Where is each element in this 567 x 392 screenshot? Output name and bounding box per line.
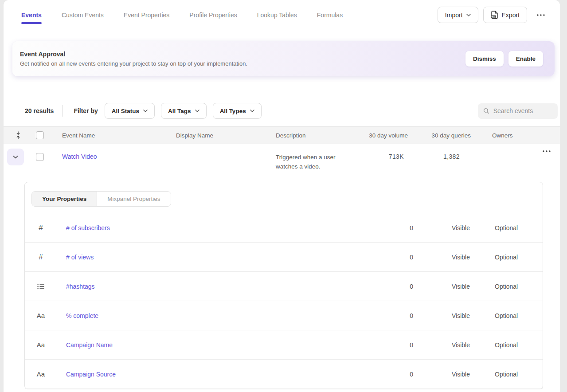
row-actions-button[interactable] <box>533 144 560 152</box>
column-header-display-name: Display Name <box>176 132 276 139</box>
select-all-checkbox[interactable] <box>36 131 44 139</box>
tab-label: Formulas <box>317 12 343 19</box>
filter-by-label: Filter by <box>74 107 98 114</box>
chevron-down-icon <box>195 110 199 112</box>
main-panel: Events Custom Events Event Properties Pr… <box>4 0 560 392</box>
collapse-all-cell[interactable] <box>4 131 32 139</box>
tab-formulas[interactable]: Formulas <box>317 12 343 19</box>
event-approval-banner: Event Approval Get notified on all new e… <box>12 41 555 76</box>
property-visibility: Visible <box>426 341 470 349</box>
types-filter-label: All Types <box>220 108 246 114</box>
property-requirement: Optional <box>495 224 543 231</box>
search-input[interactable] <box>493 107 552 114</box>
filter-row: 20 results Filter by All Status All Tags… <box>4 103 560 119</box>
properties-panel: Your Properties Mixpanel Properties # # … <box>24 182 543 389</box>
types-filter-dropdown[interactable]: All Types <box>213 103 262 119</box>
number-type-icon: # <box>39 223 43 232</box>
tab-events[interactable]: Events <box>21 12 42 19</box>
tab-label: Custom Events <box>62 12 104 19</box>
volume-value: 713K <box>360 144 408 160</box>
dismiss-button[interactable]: Dismiss <box>465 51 504 67</box>
select-all-cell <box>32 131 62 139</box>
property-visibility: Visible <box>426 283 470 290</box>
column-header-owners: Owners <box>471 132 533 139</box>
tab-custom-events[interactable]: Custom Events <box>62 12 104 19</box>
property-visibility: Visible <box>426 371 470 378</box>
enable-button[interactable]: Enable <box>508 51 543 67</box>
toolbar: Import csv Export <box>438 7 547 23</box>
active-tab-underline <box>21 22 42 24</box>
events-table-header: Event Name Display Name Description 30 d… <box>4 126 560 144</box>
import-button[interactable]: Import <box>438 7 478 23</box>
property-query-count: 0 <box>369 371 413 378</box>
event-name-link[interactable]: Watch Video <box>62 144 176 160</box>
property-requirement: Optional <box>495 371 543 378</box>
number-type-icon: # <box>39 253 43 262</box>
property-name-link[interactable]: #hashtags <box>57 283 369 290</box>
tab-profile-properties[interactable]: Profile Properties <box>189 12 237 19</box>
banner-actions: Dismiss Enable <box>465 51 543 67</box>
top-tab-bar: Events Custom Events Event Properties Pr… <box>4 0 560 30</box>
property-row: Aa % complete 0 Visible Optional <box>25 301 543 330</box>
property-row: #hashtags 0 Visible Optional <box>25 272 543 301</box>
property-name-link[interactable]: Campaign Source <box>57 371 369 378</box>
status-filter-dropdown[interactable]: All Status <box>105 103 155 119</box>
property-query-count: 0 <box>369 312 413 319</box>
vertical-divider <box>62 105 63 117</box>
export-button[interactable]: csv Export <box>483 7 527 23</box>
tab-label: Lookup Tables <box>257 12 297 19</box>
chevron-down-icon <box>466 14 471 16</box>
tab-label: Events <box>21 12 42 19</box>
search-box <box>478 103 558 119</box>
tab-event-properties[interactable]: Event Properties <box>124 12 170 19</box>
property-requirement: Optional <box>495 341 543 349</box>
property-name-link[interactable]: % complete <box>57 312 369 319</box>
column-header-30-day-volume: 30 day volume <box>360 132 408 139</box>
more-actions-button[interactable] <box>534 8 547 22</box>
property-visibility: Visible <box>426 254 470 261</box>
text-type-icon: Aa <box>37 312 45 319</box>
property-visibility: Visible <box>426 312 470 319</box>
event-description: Triggered when a user watches a video. <box>276 144 347 171</box>
tab-lookup-tables[interactable]: Lookup Tables <box>257 12 297 19</box>
search-icon <box>483 107 489 114</box>
banner-title: Event Approval <box>20 51 247 58</box>
tags-filter-dropdown[interactable]: All Tags <box>161 103 207 119</box>
status-filter-label: All Status <box>112 108 139 114</box>
tab-mixpanel-properties[interactable]: Mixpanel Properties <box>97 192 170 206</box>
lexicon-tabs: Events Custom Events Event Properties Pr… <box>21 12 343 19</box>
row-checkbox[interactable] <box>36 153 44 161</box>
tab-label: Profile Properties <box>189 12 237 19</box>
text-type-icon: Aa <box>37 341 45 349</box>
property-requirement: Optional <box>495 254 543 261</box>
property-row: Aa Campaign Name 0 Visible Optional <box>25 330 543 360</box>
ellipsis-icon <box>537 14 545 16</box>
svg-text:csv: csv <box>491 16 495 18</box>
chevron-down-icon <box>143 110 148 112</box>
csv-file-icon: csv <box>491 11 498 19</box>
property-row: # # of subscribers 0 Visible Optional <box>25 213 543 243</box>
chevron-down-icon <box>13 156 18 159</box>
properties-tabs: Your Properties Mixpanel Properties <box>31 191 171 207</box>
chevron-down-icon <box>250 110 254 112</box>
list-type-icon <box>37 283 44 290</box>
property-requirement: Optional <box>495 312 543 319</box>
row-select-cell <box>32 144 62 161</box>
property-requirement: Optional <box>495 283 543 290</box>
banner-subtitle: Get notified on all new events entering … <box>20 60 247 67</box>
column-header-event-name: Event Name <box>62 132 176 139</box>
collapse-row-button[interactable] <box>7 149 24 165</box>
column-header-30-day-queries: 30 day queries <box>408 132 471 139</box>
property-name-link[interactable]: Campaign Name <box>57 341 369 349</box>
ellipsis-icon <box>543 150 551 152</box>
collapse-rows-icon <box>16 131 21 139</box>
results-count: 20 results <box>25 107 54 114</box>
banner-text: Event Approval Get notified on all new e… <box>20 51 247 67</box>
property-name-link[interactable]: # of views <box>57 254 369 261</box>
import-label: Import <box>445 12 463 19</box>
property-row: # # of views 0 Visible Optional <box>25 243 543 272</box>
property-visibility: Visible <box>426 224 470 231</box>
property-name-link[interactable]: # of subscribers <box>57 224 369 231</box>
event-row-watch-video: Watch Video Triggered when a user watche… <box>4 144 560 182</box>
tab-your-properties[interactable]: Your Properties <box>32 192 97 206</box>
